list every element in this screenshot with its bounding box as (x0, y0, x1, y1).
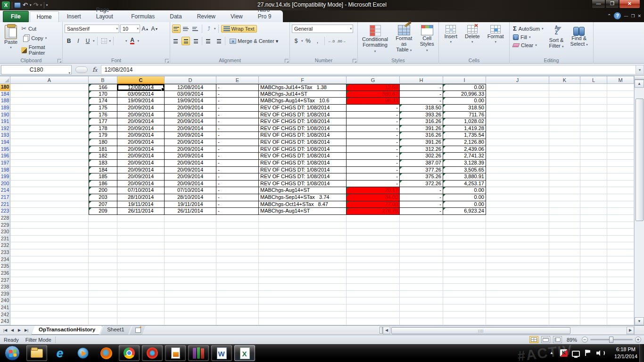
cell-M190[interactable] (607, 112, 634, 119)
cell-A194[interactable] (10, 139, 89, 146)
row-header-238[interactable]: 238 (0, 284, 10, 291)
workbook-close-icon[interactable]: ✕ (637, 14, 641, 18)
cell-I189[interactable]: 318.50 (443, 105, 486, 112)
row-header-180[interactable]: 180 (0, 84, 10, 91)
cell-M180[interactable] (607, 84, 634, 91)
cell-H228[interactable] (400, 215, 443, 222)
cell-L243[interactable] (580, 318, 607, 325)
cell-C200[interactable]: 20/09/2014 (117, 181, 165, 188)
cell-D228[interactable] (165, 215, 216, 222)
cell-L242[interactable] (580, 312, 607, 319)
cell-C189[interactable]: 20/09/2014 (117, 105, 165, 112)
row-header-233[interactable]: 233 (0, 249, 10, 256)
cell-D229[interactable] (165, 222, 216, 229)
cell-F223[interactable]: MABChgs-Aug14+ST (259, 208, 347, 215)
cell-K196[interactable] (549, 153, 580, 160)
paste-button[interactable]: Paste ▾ (2, 24, 20, 56)
row-header-229[interactable]: 229 (0, 222, 10, 229)
cell-J232[interactable] (486, 242, 549, 249)
orientation-button[interactable]: ⤴ (205, 25, 213, 33)
cell-C195[interactable]: 20/09/2014 (117, 146, 165, 153)
cell-I217[interactable]: 0.00 (443, 194, 486, 201)
cell-L223[interactable] (580, 208, 607, 215)
cell-F238[interactable] (259, 284, 347, 291)
cell-A240[interactable] (10, 297, 89, 304)
conditional-formatting-button[interactable]: ConditionalFormatting ▾ (360, 24, 390, 56)
column-header-c[interactable]: C (117, 76, 165, 84)
column-header-l[interactable]: L (580, 76, 607, 84)
cell-B230[interactable] (89, 229, 117, 236)
cell-A200[interactable] (10, 181, 89, 188)
row-header-240[interactable]: 240 (0, 297, 10, 304)
cell-E198[interactable]: - (216, 167, 259, 174)
cell-A198[interactable] (10, 167, 89, 174)
cell-B194[interactable]: 180 (89, 139, 117, 146)
cell-H198[interactable]: 377.26 (400, 167, 443, 174)
vertical-scroll-thumb[interactable] (636, 99, 644, 221)
cell-E214[interactable]: - (216, 187, 259, 194)
cell-M188[interactable] (607, 98, 634, 105)
cell-F189[interactable]: REV OF CHGS DT: 1/08/2014 (259, 105, 347, 112)
cell-L217[interactable] (580, 194, 607, 201)
cell-H231[interactable] (400, 236, 443, 243)
tab-view[interactable]: View (223, 11, 250, 22)
cell-F243[interactable] (259, 318, 347, 325)
cell-F188[interactable]: MABChgs-Aug14+STax 10.6 (259, 98, 347, 105)
cell-M197[interactable] (607, 160, 634, 167)
cell-H194[interactable]: 391.26 (400, 139, 443, 146)
cell-F184[interactable]: MABChgs-Jul14+ST (259, 91, 347, 98)
tab-data[interactable]: Data (163, 11, 189, 22)
sheet-tab-optransactionhistory[interactable]: OpTransactionHistory (32, 326, 102, 335)
cell-H190[interactable]: 393.26 (400, 112, 443, 119)
cell-A233[interactable] (10, 249, 89, 256)
cell-G233[interactable] (347, 249, 400, 256)
cell-E200[interactable]: - (216, 181, 259, 188)
cell-E230[interactable] (216, 229, 259, 236)
bold-button[interactable]: B (65, 37, 73, 45)
cell-A184[interactable] (10, 91, 89, 98)
cell-H197[interactable]: 387.07 (400, 160, 443, 167)
taskbar-internet-explorer-icon[interactable] (50, 345, 70, 361)
cell-J240[interactable] (486, 297, 549, 304)
cell-K237[interactable] (549, 277, 580, 284)
cell-K189[interactable] (549, 105, 580, 112)
cell-A231[interactable] (10, 236, 89, 243)
cell-J229[interactable] (486, 222, 549, 229)
cell-C228[interactable] (117, 215, 165, 222)
cell-G234[interactable] (347, 256, 400, 263)
cell-J242[interactable] (486, 312, 549, 319)
cell-D243[interactable] (165, 318, 216, 325)
cell-D223[interactable]: 26/11/2014 (165, 208, 216, 215)
cell-G242[interactable] (347, 312, 400, 319)
cell-B235[interactable] (89, 263, 117, 270)
worksheet-grid[interactable]: 18016612/08/201412/08/2014-MABChgs-Jul14… (0, 84, 634, 325)
cell-K221[interactable] (549, 201, 580, 208)
cell-K184[interactable] (549, 91, 580, 98)
cell-M196[interactable] (607, 153, 634, 160)
column-header-e[interactable]: E (216, 76, 259, 84)
cell-F229[interactable] (259, 222, 347, 229)
align-right-button[interactable] (191, 37, 199, 45)
cell-G189[interactable]: - (347, 105, 400, 112)
underline-dropdown-icon[interactable]: ▾ (93, 39, 95, 43)
cell-J236[interactable] (486, 270, 549, 277)
cell-G236[interactable] (347, 270, 400, 277)
cell-C238[interactable] (117, 284, 165, 291)
cell-F235[interactable] (259, 263, 347, 270)
cell-E180[interactable]: - (216, 84, 259, 91)
format-as-table-button[interactable]: Formatas Table ▾ (392, 24, 415, 56)
cell-L240[interactable] (580, 297, 607, 304)
cell-G229[interactable] (347, 222, 400, 229)
minimize-button[interactable]: — (592, 0, 605, 8)
cell-L241[interactable] (580, 304, 607, 312)
cell-L196[interactable] (580, 153, 607, 160)
cell-C190[interactable]: 20/09/2014 (117, 112, 165, 119)
cell-B236[interactable] (89, 270, 117, 277)
cell-B184[interactable]: 170 (89, 91, 117, 98)
cell-I194[interactable]: 2,126.80 (443, 139, 486, 146)
cell-F190[interactable]: REV OF CHGS DT: 1/08/2014 (259, 112, 347, 119)
cell-E243[interactable] (216, 318, 259, 325)
scroll-up-icon[interactable]: ▲ (635, 80, 644, 88)
tray-action-center-icon[interactable] (584, 349, 592, 357)
cell-A191[interactable] (10, 118, 89, 125)
